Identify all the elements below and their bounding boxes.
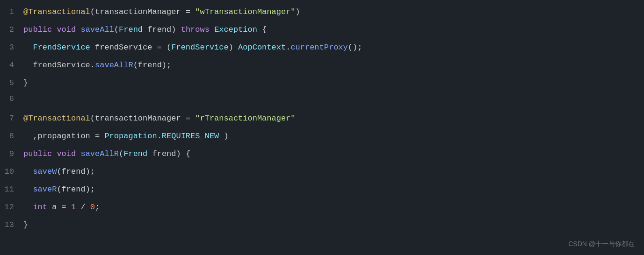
code-token [52,149,57,158]
code-token: Propagation [104,132,157,141]
code-token: int [33,203,47,212]
line-content: public void saveAllR(Frend frend) { [23,148,644,160]
code-token: ( [114,25,119,34]
code-token: frendService = ( [90,43,171,52]
code-token: (); [348,43,362,52]
table-row: 4 frendService.saveAllR(frend); [0,58,644,76]
code-token: (frend); [57,185,95,194]
code-token: ( [90,7,95,16]
code-token: FrendService [171,43,228,52]
line-number: 3 [0,43,23,52]
code-token: . [286,43,290,52]
code-token: (frend); [57,167,95,176]
code-token: ,propagation = [23,132,104,141]
line-number: 10 [0,167,23,176]
code-token: = [181,7,195,16]
code-token: ) [296,7,300,16]
code-token: currentProxy [290,43,347,52]
watermark: CSDN @十一与你都在 [568,240,635,248]
code-token [210,25,214,34]
line-number: 7 [0,114,23,123]
line-number: 11 [0,185,23,194]
line-content: @Transactional(transactionManager = "rTr… [23,112,644,125]
code-token: void [57,25,76,34]
code-token: Frend [123,149,147,158]
code-token [23,167,33,176]
table-row: 7@Transactional(transactionManager = "rT… [0,111,644,129]
code-token [23,203,33,212]
table-row: 1@Transactional(transactionManager = "wT… [0,5,644,22]
code-token: saveAllR [95,61,133,70]
code-token [76,25,80,34]
line-number: 2 [0,25,23,34]
line-number: 13 [0,220,23,229]
table-row: 10 saveW(frend); [0,164,644,182]
code-token: / [76,203,90,212]
line-number: 4 [0,61,23,70]
code-token [52,25,57,34]
code-token: } [23,220,28,229]
code-token: throws [181,25,210,34]
code-token: FrendService [33,43,90,52]
code-token: transactionManager [95,114,181,123]
code-token [23,185,33,194]
code-token: ( [90,114,95,123]
code-token: saveW [33,167,57,176]
code-token: frend) { [147,149,190,158]
line-number: 9 [0,149,23,158]
code-token: saveAll [80,25,114,34]
code-token: } [23,78,28,87]
line-content: public void saveAll(Frend frend) throws … [23,23,644,36]
table-row: 8 ,propagation = Propagation.REQUIRES_NE… [0,129,644,147]
line-content: ,propagation = Propagation.REQUIRES_NEW … [23,130,644,142]
table-row: 13} [0,218,644,235]
line-content: } [23,219,644,231]
code-token [76,149,80,158]
code-token: . [157,132,162,141]
code-token: frend) [143,25,181,34]
code-token: transactionManager [95,7,181,16]
line-content: FrendService frendService = (FrendServic… [23,41,644,54]
code-token: @Transactional [23,7,90,16]
code-token: @Transactional [23,114,90,123]
code-token: void [57,149,76,158]
code-token: saveAllR [80,149,119,158]
code-token: a = [47,203,71,212]
line-content: saveR(frend); [23,183,644,196]
code-token: public [23,149,52,158]
code-token: ) [229,43,238,52]
line-content: } [23,77,644,89]
code-token [23,43,33,52]
code-token: saveR [33,185,57,194]
line-number: 12 [0,203,23,212]
code-token: REQUIRES_NEW [162,132,219,141]
code-token: frendService. [23,61,95,70]
code-token: AopContext [238,43,286,52]
line-content: int a = 1 / 0; [23,201,644,213]
line-content: saveW(frend); [23,165,644,178]
code-token: "rTransactionManager" [195,114,295,123]
line-number: 6 [0,94,23,103]
line-number: 8 [0,132,23,141]
table-row: 5} [0,76,644,93]
code-token: { [257,25,267,34]
table-row: 2public void saveAll(Frend frend) throws… [0,22,644,40]
code-editor: 1@Transactional(transactionManager = "wT… [0,0,644,255]
line-number: 5 [0,78,23,87]
code-token: ) [219,132,228,141]
code-token: 1 [71,203,76,212]
code-token: public [23,25,52,34]
code-token: ; [95,203,100,212]
code-token: ( [119,149,123,158]
code-token: = [181,114,195,123]
table-row: 6 [0,93,644,111]
table-row: 9public void saveAllR(Frend frend) { [0,147,644,164]
line-content: @Transactional(transactionManager = "wTr… [23,6,644,18]
code-token: 0 [90,203,95,212]
line-content: frendService.saveAllR(frend); [23,59,644,71]
code-token: (frend); [133,61,172,70]
line-number: 1 [0,7,23,16]
table-row: 3 FrendService frendService = (FrendServ… [0,40,644,58]
code-token: "wTransactionManager" [195,7,295,16]
table-row: 12 int a = 1 / 0; [0,200,644,218]
